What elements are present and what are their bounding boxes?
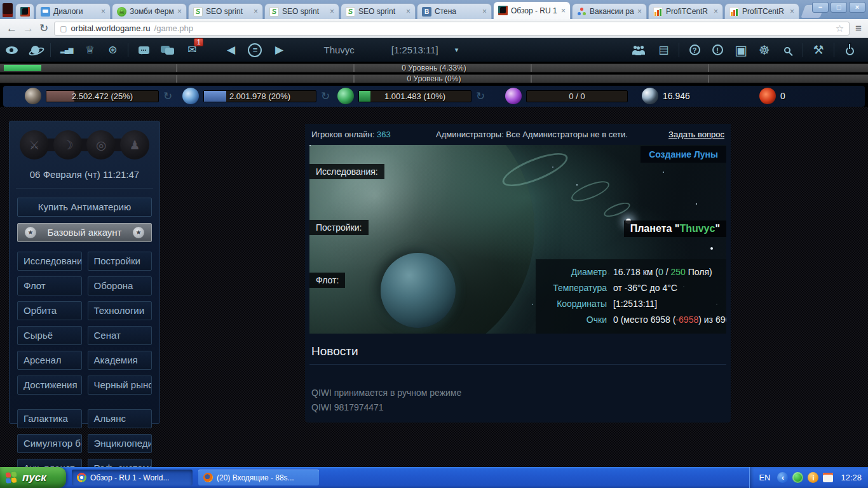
refresh-icon[interactable]: ↻: [163, 90, 172, 103]
moon-icon[interactable]: ☽: [53, 130, 83, 159]
pinned-tab[interactable]: [15, 3, 34, 19]
tab-seo-sprint-3[interactable]: SSEO sprint×: [341, 3, 416, 19]
tab-vk-wall[interactable]: ВСтена×: [417, 3, 492, 19]
search-icon[interactable]: [782, 47, 793, 53]
sidebar-item-technologies[interactable]: Технологии: [88, 301, 153, 320]
tab-close-icon[interactable]: ×: [101, 7, 105, 16]
tab-label: SEO sprint: [206, 7, 250, 16]
deuterium-icon[interactable]: [337, 88, 354, 104]
back-icon[interactable]: ←: [6, 23, 17, 34]
sidebar-item-academy[interactable]: Академия: [88, 351, 153, 370]
start-button[interactable]: пуск: [0, 467, 66, 488]
statistics-icon[interactable]: ▂▄▆: [60, 46, 72, 53]
close-button[interactable]: ×: [849, 2, 865, 13]
help-icon[interactable]: ?: [689, 44, 700, 55]
metal-icon[interactable]: [25, 88, 41, 104]
trophy-icon[interactable]: ♕: [84, 43, 95, 57]
news-line: QIWI принимается в ручном режиме: [311, 386, 724, 400]
sidebar-item-arsenal[interactable]: Арсенал: [17, 351, 82, 370]
taskbar-task-chrome[interactable]: Обзор - RU 1 - World...: [72, 470, 193, 485]
tab-close-icon[interactable]: ×: [254, 7, 258, 16]
tab-close-icon[interactable]: ×: [790, 7, 794, 16]
restore-button[interactable]: □: [831, 2, 847, 13]
reload-icon[interactable]: ↻: [39, 23, 48, 34]
refresh-icon[interactable]: ↻: [476, 90, 485, 103]
refresh-icon[interactable]: ↻: [321, 90, 330, 103]
tab-close-icon[interactable]: ×: [561, 6, 566, 15]
window-system-icon[interactable]: [3, 3, 13, 17]
account-type-button[interactable]: ★ Базовый аккаунт ★: [17, 223, 152, 242]
taskbar-task-firefox[interactable]: (20) Входящие - 88s...: [198, 470, 319, 485]
sidebar-item-black-market[interactable]: Черный рынок: [88, 376, 153, 395]
tab-close-icon[interactable]: ×: [406, 7, 410, 16]
news-body: QIWI принимается в ручном режиме QIWI 98…: [311, 386, 724, 415]
planet-dropdown-icon[interactable]: ▾: [455, 46, 459, 54]
tray-app-green-icon[interactable]: [792, 472, 803, 483]
sidebar-item-battle-simulator[interactable]: Симулятор боя: [17, 434, 82, 453]
sidebar-item-resources[interactable]: Сырьё: [17, 326, 82, 345]
crystal-icon[interactable]: [182, 88, 199, 104]
tab-zombie-farm[interactable]: ☠Зомби Ферма×: [112, 3, 187, 19]
tray-webmoney-icon[interactable]: [823, 473, 833, 482]
info-icon[interactable]: !: [712, 44, 723, 55]
tab-close-icon[interactable]: ×: [482, 7, 487, 16]
create-moon-button[interactable]: Создание Луны: [641, 146, 726, 163]
tab-close-icon[interactable]: ×: [177, 7, 182, 16]
tab-seo-sprint-1[interactable]: SSEO sprint×: [188, 3, 263, 19]
medal-icon[interactable]: ⊛: [107, 43, 118, 57]
sidebar-item-senate[interactable]: Сенат: [88, 326, 153, 345]
sidebar-item-achievements[interactable]: Достижения: [17, 376, 82, 395]
empire-icon[interactable]: [29, 46, 41, 54]
game-favicon-icon: [20, 7, 30, 17]
tab-dialogs[interactable]: Диалоги×: [36, 3, 111, 19]
eye-icon[interactable]: ◎: [86, 130, 116, 159]
chrome-menu-icon[interactable]: ≡: [855, 22, 862, 35]
sidebar-item-research[interactable]: Исследования: [17, 252, 82, 271]
sword-icon[interactable]: ⚔: [20, 130, 49, 159]
planet-list-icon[interactable]: ≡: [248, 43, 262, 57]
support-icon[interactable]: ☸: [759, 43, 770, 58]
messages-icon[interactable]: [161, 46, 175, 55]
forward-icon[interactable]: →: [23, 23, 34, 34]
energy-icon[interactable]: [505, 88, 522, 104]
sidebar-item-defense[interactable]: Оборона: [88, 276, 153, 295]
ask-question-link[interactable]: Задать вопрос: [668, 130, 724, 139]
antimatter-icon[interactable]: [759, 88, 776, 104]
tab-seo-sprint-2[interactable]: SSEO sprint×: [264, 3, 339, 19]
sidebar-item-buildings[interactable]: Постройки: [88, 252, 153, 271]
sidebar-item-encyclopedia[interactable]: Энциклопедия: [88, 434, 153, 453]
friends-icon[interactable]: [632, 46, 646, 55]
dark-matter-value: 16.946: [663, 91, 690, 101]
language-indicator[interactable]: EN: [759, 473, 770, 482]
tab-overview-active[interactable]: Обзор - RU 1×: [493, 1, 571, 19]
tray-hide-arrow-icon[interactable]: ‹: [777, 472, 788, 483]
bookmark-star-icon[interactable]: ☆: [836, 23, 844, 34]
level-bar-label: 0 Уровень (4.33%): [0, 64, 868, 72]
sidebar-item-fleet[interactable]: Флот: [17, 276, 82, 295]
tab-profitcentr-2[interactable]: ProfiTCentR×: [724, 3, 799, 19]
tab-close-icon[interactable]: ×: [714, 7, 718, 16]
screenshot-icon[interactable]: ▣: [735, 43, 747, 58]
tab-close-icon[interactable]: ×: [330, 7, 334, 16]
tools-icon[interactable]: ⚒: [813, 43, 824, 57]
prev-planet-icon[interactable]: ◀: [225, 43, 236, 57]
minimize-button[interactable]: −: [812, 2, 829, 13]
next-planet-icon[interactable]: ▶: [273, 43, 285, 57]
sidebar-item-galaxy[interactable]: Галактика: [17, 409, 82, 428]
tab-profitcentr-1[interactable]: ProfiTCentR×: [648, 3, 723, 19]
address-bar[interactable]: ▢ orbital.worldogame.ru/game.php ☆: [54, 22, 850, 36]
level-bar-label: 0 Уровень (0%): [0, 75, 868, 83]
overview-icon[interactable]: [6, 46, 18, 54]
tab-close-icon[interactable]: ×: [637, 7, 642, 16]
rocket-icon[interactable]: ♟: [120, 130, 149, 159]
tray-info-icon[interactable]: i: [808, 472, 818, 483]
buy-antimatter-button[interactable]: Купить Антиматерию: [17, 198, 152, 217]
logout-power-icon[interactable]: [844, 45, 855, 55]
dark-matter-icon[interactable]: [642, 88, 658, 104]
tab-vacancies[interactable]: Вакансии ра×: [572, 3, 647, 19]
sidebar-item-alliance[interactable]: Альянс: [88, 409, 153, 428]
mail-icon[interactable]: ✉1: [186, 43, 198, 57]
chat-icon[interactable]: [138, 46, 149, 54]
sidebar-item-orbit[interactable]: Орбита: [17, 301, 82, 320]
contacts-icon[interactable]: ▤: [658, 43, 669, 57]
